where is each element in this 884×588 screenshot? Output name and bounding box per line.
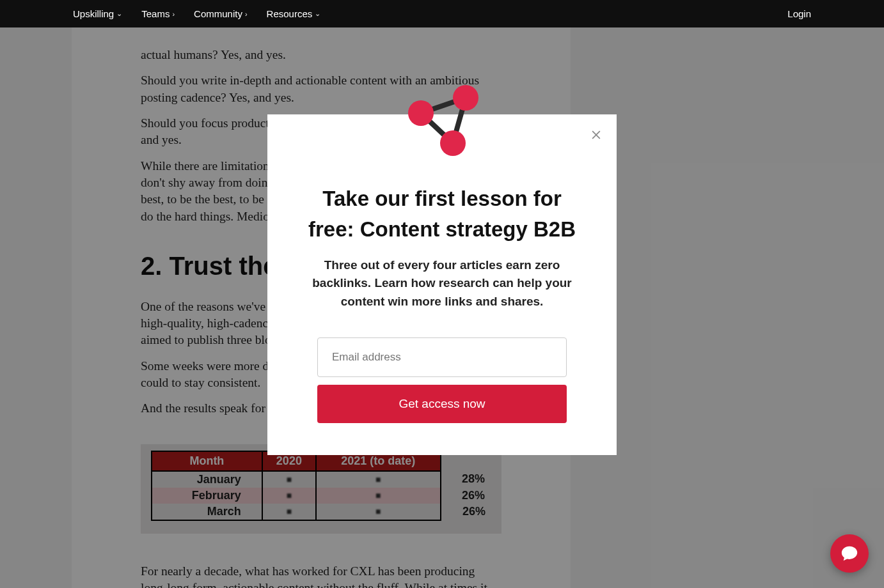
- modal-subtitle: Three out of every four articles earn ze…: [299, 256, 585, 311]
- modal-title: Take our first lesson for free: Content …: [299, 183, 585, 245]
- nav-teams[interactable]: Teams ›: [141, 8, 175, 19]
- nav-label: Teams: [141, 8, 170, 19]
- nav-left: Upskilling ⌄ Teams › Community › Resourc…: [73, 8, 320, 19]
- nav-resources[interactable]: Resources ⌄: [267, 8, 321, 19]
- chevron-down-icon: ⌄: [315, 10, 320, 18]
- nav-label: Resources: [267, 8, 313, 19]
- chevron-down-icon: ⌄: [116, 10, 122, 18]
- login-link[interactable]: Login: [787, 8, 811, 19]
- svg-point-6: [453, 85, 478, 111]
- nav-community[interactable]: Community ›: [194, 8, 248, 19]
- email-field[interactable]: [317, 337, 567, 377]
- nav-label: Community: [194, 8, 242, 19]
- close-icon[interactable]: [587, 126, 605, 144]
- navbar: Upskilling ⌄ Teams › Community › Resourc…: [0, 0, 884, 27]
- chat-launcher[interactable]: [830, 534, 869, 573]
- svg-point-5: [408, 100, 434, 126]
- chat-icon: [840, 544, 859, 563]
- nav-upskilling[interactable]: Upskilling ⌄: [73, 8, 122, 19]
- chevron-right-icon: ›: [172, 10, 175, 18]
- brand-logo-icon: [400, 82, 484, 166]
- nav-label: Upskilling: [73, 8, 114, 19]
- get-access-button[interactable]: Get access now: [317, 385, 567, 423]
- signup-modal: Take our first lesson for free: Content …: [267, 114, 617, 455]
- svg-point-7: [440, 130, 466, 156]
- chevron-right-icon: ›: [245, 10, 248, 18]
- page: actual humans? Yes, and yes. Should you …: [0, 27, 884, 588]
